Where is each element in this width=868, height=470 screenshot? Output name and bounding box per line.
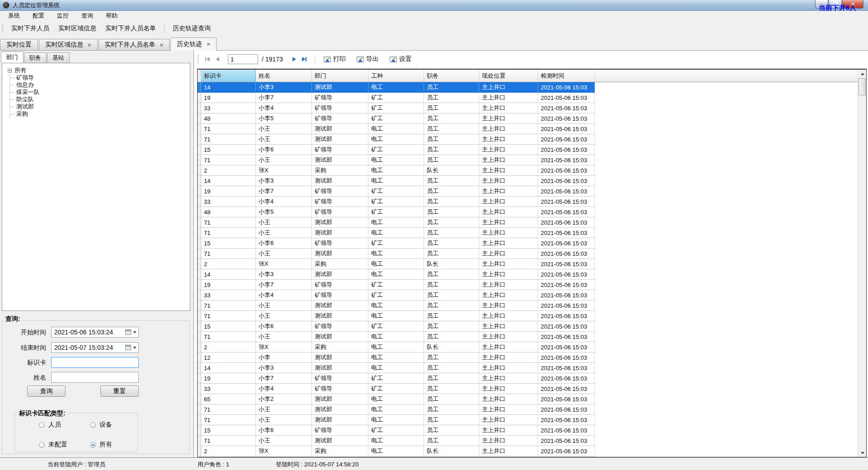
search-button[interactable]: 查询 [27,385,66,397]
tab-0[interactable]: 实时位置 [0,39,38,50]
menu-item-3[interactable]: 查询 [77,11,98,21]
table-row[interactable]: 33小李4矿领导矿工员工主上井口2021-05-06 15:03 [198,197,858,207]
first-page-icon[interactable] [203,55,212,64]
radio-option-3[interactable]: 所有 [90,441,112,449]
tab-close-icon[interactable]: × [207,41,210,47]
table-row[interactable]: 71小王测试部电工员工主上井口2021-05-06 15:03 [198,332,858,342]
tree-root-item[interactable]: 所有 [8,67,190,74]
left-tab-2[interactable]: 基站 [47,52,70,63]
table-row[interactable]: 71小王测试部电工员工主上井口2021-05-06 15:03 [198,228,858,238]
table-row[interactable]: 33小李4矿领导矿工员工主上井口2021-05-06 15:03 [198,384,858,394]
radio-option-1[interactable]: 设备 [90,421,112,429]
table-row[interactable]: 71小王测试部电工员工主上井口2021-05-06 15:03 [198,155,858,165]
tab-close-icon[interactable]: × [88,42,91,48]
radio-option-0[interactable]: 人员 [39,421,61,429]
vertical-scrollbar[interactable] [858,70,866,457]
table-row[interactable]: 2张X采购电工队长主上井口2021-05-06 15:03 [198,446,858,456]
datetime-picker-icons[interactable] [125,327,137,337]
column-header-6[interactable]: 检测时间 [538,70,595,82]
tab-3[interactable]: 历史轨迹× [170,38,217,51]
toolbar-button-2[interactable]: 实时下井人员名单 [101,22,160,35]
table-row[interactable]: 71小王测试部电工员工主上井口2021-05-06 15:03 [198,311,858,321]
table-row[interactable]: 71小王测试部电工员工主上井口2021-05-06 15:03 [198,301,858,311]
end-time-field[interactable]: 2021-05-07 15:03:24 [51,342,139,353]
table-row[interactable]: 71小王测试部电工员工主上井口2021-05-06 15:03 [198,249,858,259]
table-row[interactable]: 71小王测试部电工员工主上井口2021-05-06 15:03 [198,415,858,425]
pager-page-input[interactable] [228,54,258,64]
table-row[interactable]: 15小李6矿领导矿工员工主上井口2021-05-06 15:03 [198,321,858,332]
tree-item-1[interactable]: 信息办 [10,81,190,89]
table-row[interactable]: 19小李7矿领导矿工员工主上井口2021-05-06 15:03 [198,280,858,290]
table-cell: 测试部 [312,228,368,238]
tree-item-4[interactable]: 测试部 [10,103,190,110]
table-row[interactable]: 71小王测试部电工员工主上井口2021-05-06 15:03 [198,134,858,145]
tree-item-5[interactable]: 采购 [10,110,190,118]
menu-item-0[interactable]: 系统 [4,11,24,21]
id-card-field[interactable] [51,357,139,368]
column-header-1[interactable]: 姓名 [256,70,312,82]
table-row[interactable]: 14小李3测试部电工员工主上井口2021-05-06 15:03 [198,82,858,93]
menu-item-1[interactable]: 配置 [28,11,49,21]
radio-option-2[interactable]: 未配置 [39,441,67,449]
tab-2[interactable]: 实时下井人员名单× [99,39,170,50]
tree-collapse-icon[interactable] [8,69,12,73]
column-header-0[interactable]: 标识卡 [201,70,256,82]
scroll-up-icon[interactable] [858,70,867,78]
scrollbar-thumb[interactable] [859,78,866,95]
left-tab-1[interactable]: 职务 [24,52,47,63]
prev-page-icon[interactable] [212,55,222,64]
table-row[interactable]: 15小李6矿领导矿工员工主上井口2021-05-06 15:03 [198,145,858,155]
table-row[interactable]: 14小李3测试部电工员工主上井口2021-05-06 15:03 [198,363,858,373]
settings-button[interactable]: 设置 [387,54,415,65]
menu-item-2[interactable]: 监控 [52,11,73,21]
table-cell: 2021-05-06 15:03 [538,446,595,456]
name-input[interactable] [54,372,138,382]
table-row[interactable]: 48小李5矿领导矿工员工主上井口2021-05-06 15:03 [198,207,858,217]
start-time-field[interactable]: 2021-05-06 15:03:24 [51,327,139,338]
table-row[interactable]: 71小王测试部电工员工主上井口2021-05-06 15:03 [198,436,858,446]
id-card-input[interactable] [54,357,138,367]
table-cell: 2021-05-06 15:03 [538,103,595,113]
next-page-icon[interactable] [289,55,299,64]
table-row[interactable]: 19小李7矿领导矿工员工主上井口2021-05-06 15:03 [198,186,858,197]
table-cell: 小王 [256,134,312,145]
table-row[interactable]: 12小李测试部电工员工主上井口2021-05-06 15:03 [198,352,858,363]
last-page-icon[interactable] [299,55,309,64]
column-header-2[interactable]: 部门 [312,70,368,82]
toolbar-button-1[interactable]: 实时区域信息 [54,22,101,35]
column-header-5[interactable]: 现处位置 [479,70,538,82]
scroll-down-icon[interactable] [858,449,867,457]
table-row[interactable]: 15小李6矿领导矿工员工主上井口2021-05-06 15:03 [198,425,858,436]
tree-item-3[interactable]: 防尘队 [10,96,190,103]
name-field[interactable] [51,372,139,383]
toolbar-button-0[interactable]: 实时下井人员 [7,22,54,35]
table-row[interactable]: 65小李2测试部电工员工主上井口2021-05-06 15:03 [198,394,858,404]
table-row[interactable]: 15小李6矿领导矿工员工主上井口2021-05-06 15:03 [198,238,858,249]
column-header-3[interactable]: 工种 [368,70,424,82]
table-row[interactable]: 48小李5矿领导矿工员工主上井口2021-05-06 15:03 [198,113,858,124]
tree-item-0[interactable]: 矿领导 [10,74,190,81]
table-row[interactable]: 19小李7矿领导矿工员工主上井口2021-05-06 15:03 [198,373,858,384]
table-row[interactable]: 33小李4矿领导矿工员工主上井口2021-05-06 15:03 [198,290,858,301]
table-row[interactable]: 19小李7矿领导矿工员工主上井口2021-05-06 15:03 [198,93,858,103]
table-row[interactable]: 2张X采购电工队长主上井口2021-05-06 15:03 [198,259,858,269]
tab-close-icon[interactable]: × [160,42,164,48]
reset-button[interactable]: 重置 [100,385,139,397]
tree-item-2[interactable]: 煤采一队 [10,89,190,96]
datetime-picker-icons[interactable] [125,343,137,352]
table-row[interactable]: 14小李3测试部电工员工主上井口2021-05-06 15:03 [198,176,858,186]
toolbar-button-3[interactable]: 历史轨迹查询 [168,22,215,35]
column-header-4[interactable]: 职务 [424,70,479,82]
export-button[interactable]: 导出 [354,54,382,65]
table-row[interactable]: 71小王测试部电工员工主上井口2021-05-06 15:03 [198,404,858,415]
table-row[interactable]: 2张X采购电工队长主上井口2021-05-06 15:03 [198,165,858,176]
menu-item-4[interactable]: 帮助 [101,11,122,21]
table-row[interactable]: 71小王测试部电工员工主上井口2021-05-06 15:03 [198,217,858,228]
tab-1[interactable]: 实时区域信息× [39,39,98,50]
left-tab-0[interactable]: 部门 [1,52,24,63]
table-row[interactable]: 14小李3测试部电工员工主上井口2021-05-06 15:03 [198,269,858,280]
table-row[interactable]: 33小李4矿领导矿工员工主上井口2021-05-06 15:03 [198,103,858,113]
table-row[interactable]: 2张X采购电工队长主上井口2021-05-06 15:03 [198,342,858,352]
table-row[interactable]: 71小王测试部电工员工主上井口2021-05-06 15:03 [198,124,858,134]
print-button[interactable]: 打印 [321,54,349,65]
